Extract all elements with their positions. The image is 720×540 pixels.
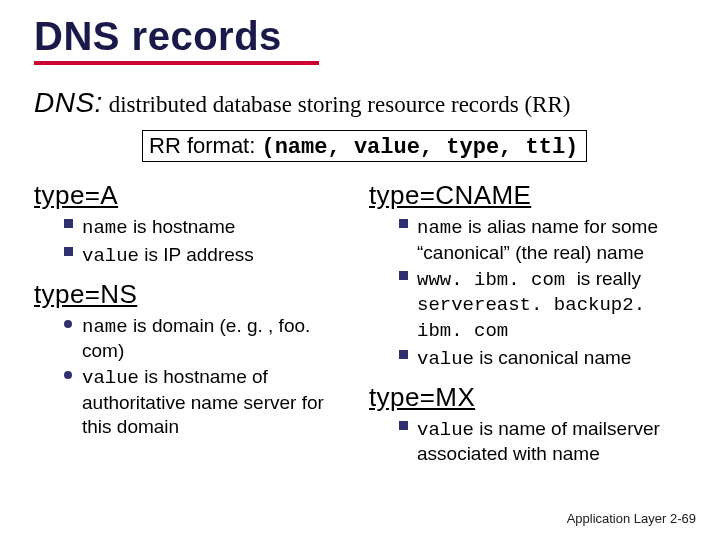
list-item-keyword: value — [417, 348, 474, 370]
rr-format-label: RR format: — [149, 133, 261, 158]
list-item: value is hostname of authoritative name … — [64, 365, 351, 438]
right-column: type=CNAME name is alias name for some “… — [369, 176, 686, 476]
title-underline — [34, 61, 319, 65]
square-bullet-icon — [399, 421, 408, 430]
list-item: name is hostname — [64, 215, 351, 241]
square-bullet-icon — [64, 219, 73, 228]
slide-title: DNS records — [34, 14, 686, 59]
list-item-keyword: value — [82, 245, 139, 267]
intro-line: DNS: distributed database storing resour… — [34, 87, 686, 119]
round-bullet-icon — [64, 371, 72, 379]
footer-page: 2-69 — [670, 511, 696, 526]
list-item-keyword: value — [82, 367, 139, 389]
rr-format-tuple: (name, value, type, ttl) — [261, 135, 578, 160]
type-ns-heading: type=NS — [34, 279, 351, 310]
square-bullet-icon — [399, 219, 408, 228]
rr-format-box: RR format: (name, value, type, ttl) — [142, 130, 587, 162]
left-column: type=A name is hostname value is IP addr… — [34, 176, 351, 476]
columns: type=A name is hostname value is IP addr… — [34, 176, 686, 476]
list-item: name is domain (e. g. , foo. com) — [64, 314, 351, 364]
list-item-text: is canonical name — [474, 347, 631, 368]
type-a-heading: type=A — [34, 180, 351, 211]
type-a-list: name is hostname value is IP address — [34, 215, 351, 269]
list-item-keyword: www. ibm. com — [417, 269, 577, 291]
list-item-keyword: name — [82, 316, 128, 338]
round-bullet-icon — [64, 320, 72, 328]
list-item-text: is really — [577, 268, 641, 289]
square-bullet-icon — [399, 271, 408, 280]
list-item-keyword: name — [82, 217, 128, 239]
list-item: www. ibm. com is really servereast. back… — [399, 267, 686, 344]
list-item-keyword: value — [417, 419, 474, 441]
type-mx-heading: type=MX — [369, 382, 686, 413]
list-item: value is canonical name — [399, 346, 686, 372]
footer: Application Layer 2-69 — [567, 511, 696, 526]
list-item-text: is hostname — [128, 216, 236, 237]
square-bullet-icon — [64, 247, 73, 256]
rr-format-row: RR format: (name, value, type, ttl) — [34, 133, 686, 160]
list-item-keyword: name — [417, 217, 463, 239]
type-ns-list: name is domain (e. g. , foo. com) value … — [34, 314, 351, 439]
list-item: name is alias name for some “canonical” … — [399, 215, 686, 265]
intro-rest: distributed database storing resource re… — [103, 92, 571, 117]
slide: DNS records DNS: distributed database st… — [0, 0, 720, 540]
type-cname-list: name is alias name for some “canonical” … — [369, 215, 686, 372]
type-cname-heading: type=CNAME — [369, 180, 686, 211]
list-item-text: is IP address — [139, 244, 254, 265]
list-item: value is name of mailserver associated w… — [399, 417, 686, 467]
footer-label: Application Layer — [567, 511, 670, 526]
intro-lead: DNS: — [34, 87, 103, 118]
square-bullet-icon — [399, 350, 408, 359]
list-item-keyword: servereast. backup2. ibm. com — [417, 294, 645, 342]
type-mx-list: value is name of mailserver associated w… — [369, 417, 686, 467]
list-item: value is IP address — [64, 243, 351, 269]
